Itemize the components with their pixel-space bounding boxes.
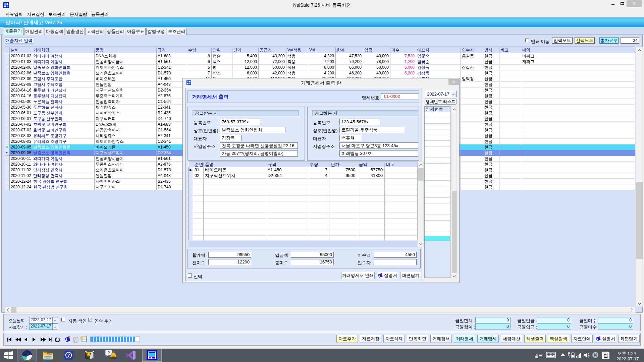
svg-text:?: ? — [67, 353, 70, 358]
svg-text:?: ? — [107, 350, 110, 355]
svg-text:Goto: Goto — [73, 341, 77, 343]
